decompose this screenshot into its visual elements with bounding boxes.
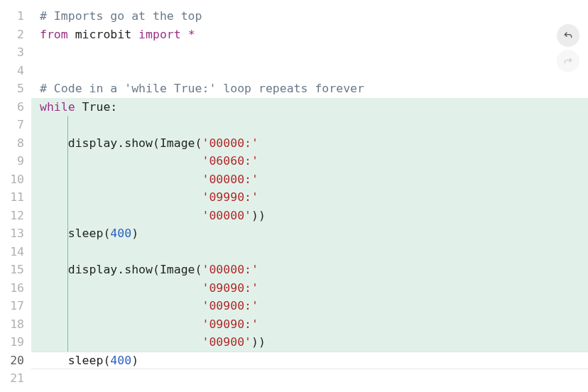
comment-token: # Imports go at the top bbox=[40, 9, 202, 23]
line-number: 3 bbox=[0, 43, 31, 62]
line-number: 7 bbox=[0, 116, 31, 134]
undo-button[interactable] bbox=[557, 24, 579, 47]
punct-token: ) bbox=[131, 354, 138, 367]
line-number: 20 bbox=[0, 352, 31, 370]
keyword-token: import bbox=[138, 28, 181, 41]
line-number: 4 bbox=[0, 62, 31, 80]
line-number: 2 bbox=[0, 26, 31, 44]
line-number: 19 bbox=[0, 333, 31, 352]
line-number: 13 bbox=[0, 224, 31, 243]
code-line[interactable] bbox=[31, 43, 588, 62]
line-number-gutter: 1 2 3 4 5 6 7 8 9 10 11 12 13 14 15 16 1… bbox=[0, 0, 31, 392]
string-token: '00900:' bbox=[202, 299, 258, 312]
code-line[interactable]: '00900:' bbox=[31, 297, 588, 315]
line-number: 5 bbox=[0, 80, 31, 98]
undo-icon bbox=[562, 30, 574, 41]
identifier-token: microbit bbox=[68, 28, 138, 41]
line-number: 6 bbox=[0, 98, 31, 116]
code-line[interactable] bbox=[31, 243, 588, 261]
redo-icon bbox=[562, 55, 574, 67]
code-line[interactable]: '09090:' bbox=[31, 315, 588, 334]
line-number: 18 bbox=[0, 315, 31, 334]
number-token: 400 bbox=[110, 227, 131, 240]
string-token: '00000:' bbox=[202, 173, 258, 186]
punct-token: )) bbox=[251, 335, 266, 349]
string-token: '00000:' bbox=[202, 136, 258, 150]
code-line[interactable] bbox=[31, 62, 588, 80]
code-line[interactable]: sleep(400) bbox=[31, 352, 588, 370]
code-line[interactable]: display.show(Image('00000:' bbox=[31, 261, 588, 279]
line-number: 14 bbox=[0, 243, 31, 261]
line-number: 9 bbox=[0, 152, 31, 170]
string-token: '00900' bbox=[202, 335, 251, 349]
identifier-token: display.show(Image( bbox=[40, 136, 202, 150]
code-line[interactable]: '00000')) bbox=[31, 207, 588, 225]
string-token: '00000' bbox=[202, 209, 251, 222]
identifier-token: True bbox=[75, 100, 111, 114]
code-line[interactable]: # Code in a 'while True:' loop repeats f… bbox=[31, 80, 588, 98]
keyword-token: while bbox=[40, 100, 75, 114]
code-line[interactable]: display.show(Image('00000:' bbox=[31, 134, 588, 153]
code-line[interactable]: '06060:' bbox=[31, 152, 588, 170]
line-number: 15 bbox=[0, 261, 31, 279]
number-token: 400 bbox=[110, 354, 131, 367]
punct-token: : bbox=[110, 100, 117, 114]
code-line[interactable]: sleep(400) bbox=[31, 224, 588, 243]
line-number: 17 bbox=[0, 297, 31, 315]
code-line[interactable]: '09990:' bbox=[31, 188, 588, 207]
line-number: 10 bbox=[0, 170, 31, 189]
identifier-token: sleep( bbox=[40, 227, 110, 240]
code-area[interactable]: # Imports go at the top from microbit im… bbox=[31, 0, 588, 392]
redo-button[interactable] bbox=[557, 50, 579, 72]
line-number: 8 bbox=[0, 134, 31, 153]
string-token: '00000:' bbox=[202, 263, 258, 276]
code-line[interactable]: while True: bbox=[31, 98, 588, 116]
line-number: 16 bbox=[0, 279, 31, 298]
code-editor[interactable]: 1 2 3 4 5 6 7 8 9 10 11 12 13 14 15 16 1… bbox=[0, 0, 588, 392]
identifier-token: sleep( bbox=[40, 354, 110, 367]
line-number: 12 bbox=[0, 207, 31, 225]
string-token: '09090:' bbox=[202, 317, 258, 331]
code-line[interactable]: from microbit import * bbox=[31, 26, 588, 44]
punct-token: ) bbox=[131, 227, 138, 240]
punct-token: )) bbox=[251, 209, 266, 222]
comment-token: # Code in a 'while True:' loop repeats f… bbox=[40, 82, 364, 95]
code-line[interactable]: # Imports go at the top bbox=[31, 7, 588, 26]
keyword-token: from bbox=[40, 28, 68, 41]
identifier-token: display.show(Image( bbox=[40, 263, 202, 276]
string-token: '09090:' bbox=[202, 281, 258, 295]
string-token: '06060:' bbox=[202, 154, 258, 168]
line-number: 21 bbox=[0, 369, 31, 388]
code-line[interactable]: '00000:' bbox=[31, 170, 588, 189]
string-token: '09990:' bbox=[202, 190, 258, 204]
code-line[interactable]: '09090:' bbox=[31, 279, 588, 298]
code-line[interactable] bbox=[31, 369, 588, 388]
code-line[interactable]: '00900')) bbox=[31, 333, 588, 352]
code-line[interactable] bbox=[31, 116, 588, 134]
line-number: 11 bbox=[0, 188, 31, 207]
editor-toolbar bbox=[557, 24, 579, 72]
operator-token: * bbox=[181, 28, 195, 41]
line-number: 1 bbox=[0, 7, 31, 26]
